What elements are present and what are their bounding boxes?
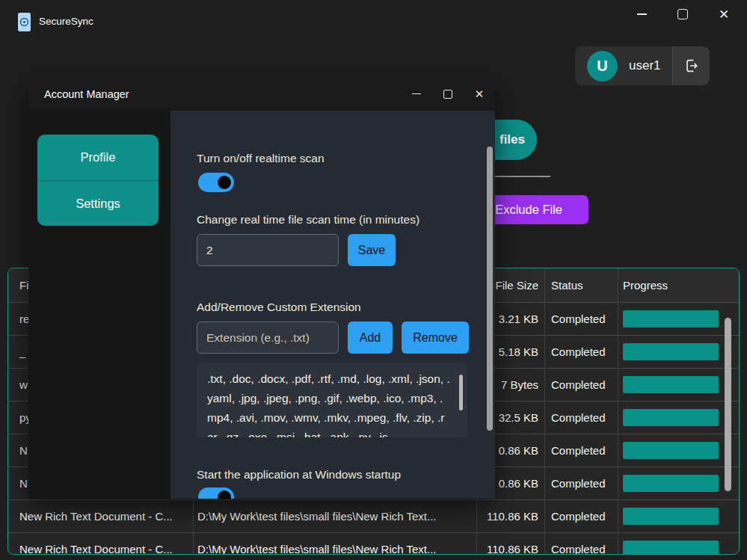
extensions-scrollbar[interactable] [459,375,463,410]
sidebar-item-label: Profile [81,150,116,164]
cell-status: Completed [545,533,618,555]
table-row[interactable]: New Rich Text Document - C... D:\My Work… [8,499,739,532]
progress-bar [623,376,719,393]
dialog-titlebar: Account Manager ✕ [28,77,495,111]
progress-bar [623,310,719,327]
startup-toggle[interactable] [198,487,234,499]
dialog-scrollbar[interactable] [487,147,493,431]
cell-progress [618,369,739,401]
startup-label: Start the application at Windows startup [197,468,401,481]
cell-status: Completed [545,467,618,499]
toggle-knob [218,176,231,189]
maximize-button[interactable] [668,3,698,25]
close-icon: ✕ [475,88,485,99]
app-icon [18,13,31,34]
cell-progress [618,336,739,368]
close-button[interactable]: ✕ [709,3,739,25]
toggle-knob [218,490,231,499]
add-extension-button[interactable]: Add [348,321,393,354]
header-status: Status [545,268,618,302]
cell-progress [618,500,739,532]
cell-file-name: New Rich Text Document - C... [8,533,194,555]
table-scrollbar[interactable] [725,318,731,491]
username-label: user1 [629,58,672,73]
sidebar-item-profile[interactable]: Profile [37,135,159,180]
logout-button[interactable] [672,46,710,85]
table-row[interactable]: New Rich Text Document - C... D:\My Work… [8,532,739,555]
cell-status: Completed [545,336,618,368]
cell-progress [618,303,739,335]
maximize-icon [443,90,452,99]
close-icon: ✕ [719,8,729,21]
cell-progress [618,401,739,434]
cell-file-size: 110.86 KB [477,533,545,555]
cell-file-path: D:\My Work\test files\small files\New Ri… [194,533,477,555]
sidebar-item-label: Settings [76,197,120,211]
extension-input[interactable] [197,321,339,354]
progress-bar [623,508,719,525]
sidebar-item-settings[interactable]: Settings [37,180,159,226]
progress-bar [623,343,719,360]
minimize-icon [412,93,421,95]
realtime-scan-label: Turn on/off realtime scan [197,152,325,165]
save-button-label: Save [358,244,385,257]
window-title: SecureSync [39,16,93,27]
header-progress: Progress [618,268,739,302]
cell-progress [618,467,739,499]
save-button[interactable]: Save [348,234,396,266]
extension-section-label: Add/Remove Custom Extension [197,301,361,314]
dialog-sidebar: Profile Settings [28,111,170,499]
add-button-label: Add [360,331,381,345]
cell-progress [618,434,739,467]
dialog-minimize-button[interactable] [401,77,432,111]
dialog-maximize-button[interactable] [432,77,464,111]
cell-file-path: D:\My Work\test files\small files\New Ri… [194,500,477,532]
cell-progress [618,533,739,555]
extensions-list-box[interactable]: .txt, .doc, .docx, .pdf, .rtf, .md, .log… [197,363,467,437]
synced-files-tab-label: files [499,132,525,147]
scan-time-input[interactable] [197,234,339,266]
minimize-icon [637,13,647,15]
dialog-title: Account Manager [44,88,401,100]
dialog-close-button[interactable]: ✕ [464,77,495,111]
cell-file-size: 110.86 KB [477,500,545,532]
settings-panel: Turn on/off realtime scan Change real ti… [170,111,495,499]
cell-status: Completed [545,500,618,532]
scan-time-label: Change real time file scan time (in minu… [197,213,419,227]
exclude-file-button-label: Exclude File [495,203,562,217]
avatar: U [587,51,618,81]
progress-bar [623,541,719,555]
minimize-button[interactable] [627,3,657,25]
remove-button-label: Remove [413,331,458,345]
realtime-scan-toggle[interactable] [198,173,234,192]
remove-extension-button[interactable]: Remove [402,321,469,354]
user-badge[interactable]: U user1 [575,46,710,85]
extensions-list-text: .txt, .doc, .docx, .pdf, .rtf, .md, .log… [207,372,450,437]
cell-status: Completed [545,434,618,467]
cell-status: Completed [545,401,618,434]
cell-status: Completed [545,303,618,335]
progress-bar [623,409,719,426]
maximize-icon [677,9,688,19]
progress-bar [623,475,719,492]
account-manager-dialog: Account Manager ✕ Profile Settings Turn … [28,77,495,499]
logout-icon [683,58,700,74]
cell-status: Completed [545,369,618,401]
cell-file-name: New Rich Text Document - C... [8,500,194,532]
progress-bar [623,442,719,459]
